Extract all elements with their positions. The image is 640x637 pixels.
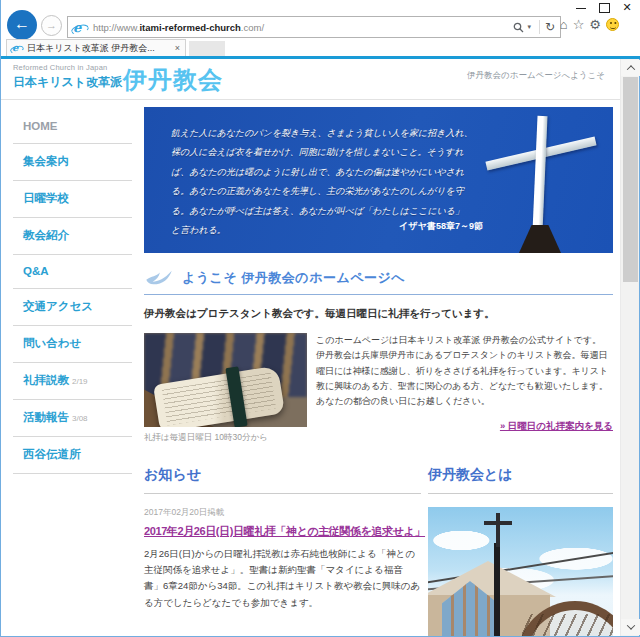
ie-favicon-icon: e <box>73 21 87 34</box>
welcome-paragraph-1: このホームページは日本キリスト改革派 伊丹教会の公式サイトです。 <box>316 333 613 348</box>
vertical-scrollbar[interactable] <box>620 59 639 636</box>
cross-photo <box>475 107 607 253</box>
sidebar-item-about-church[interactable]: 教会紹介 <box>13 218 132 255</box>
welcome-heading: ようこそ 伊丹教会のホームページへ <box>182 269 405 287</box>
scrollbar-thumb[interactable] <box>623 77 638 282</box>
refresh-icon[interactable]: ↻ <box>545 20 555 34</box>
welcome-text-block: このホームページは日本キリスト改革派 伊丹教会の公式サイトです。 伊丹教会は兵庫… <box>316 333 613 444</box>
sidebar-item-sunday-school[interactable]: 日曜学校 <box>13 181 132 218</box>
minimize-icon[interactable] <box>575 2 587 12</box>
about-heading-divider <box>428 493 613 494</box>
news-body: 2月26日(日)からの日曜礼拝説教は赤石純也牧師による「神との主従関係を追求せよ… <box>144 546 421 611</box>
sidebar-nav: HOME 集会案内 日曜学校 教会紹介 Q&A 交通アクセス 問い合わせ 礼拝説… <box>13 110 132 474</box>
welcome-paragraph-2: 伊丹教会は兵庫県伊丹市にあるプロテスタントのキリスト教会。毎週日曜日には神様に感… <box>316 348 613 394</box>
forward-button[interactable]: → <box>41 15 62 36</box>
scroll-up-icon[interactable] <box>621 60 640 76</box>
dove-icon <box>144 268 174 288</box>
logo-subtitle-en: Reformed Church in Japan <box>13 63 122 72</box>
main-column: 飢えた人にあなたのパンを裂き与え、さまよう貧しい人を家に招き入れ、裸の人に会えば… <box>144 107 613 636</box>
sidebar-item-sermons[interactable]: 礼拝説教2/19 <box>13 363 132 400</box>
address-bar[interactable]: e http://www.itami-reformed-church.com/ … <box>67 16 561 38</box>
news-title-link[interactable]: 2017年2月26日(日)日曜礼拝「神との主従関係を追求せよ」 <box>144 524 425 539</box>
sidebar-item-label: 教会紹介 <box>23 229 69 241</box>
about-heading: 伊丹教会とは <box>428 466 613 484</box>
new-tab-button[interactable] <box>189 41 225 56</box>
sidebar-item-label: 礼拝説教 <box>23 374 69 386</box>
home-icon[interactable]: ⌂ <box>560 17 568 32</box>
settings-gear-icon[interactable]: ⚙ <box>589 17 601 32</box>
rooftop-cross-vertical <box>496 513 500 547</box>
sidebar-item-label: 活動報告 <box>23 411 69 423</box>
news-section: お知らせ 2017年02月20日掲載 2017年2月26日(日)日曜礼拝「神との… <box>144 466 421 636</box>
browser-toolbar: ← → e http://www.itami-reformed-church.c… <box>1 0 640 39</box>
back-button[interactable]: ← <box>7 10 37 40</box>
about-section: 伊丹教会とは <box>428 466 613 636</box>
divider <box>539 20 540 34</box>
bible-photo <box>144 333 307 427</box>
sidebar-item-access[interactable]: 交通アクセス <box>13 289 132 326</box>
church-photo <box>428 507 613 636</box>
sidebar-item-nishitani-chapel[interactable]: 西谷伝道所 <box>13 437 132 474</box>
sidebar-item-label: HOME <box>23 120 58 132</box>
rooftop-cross-horizontal <box>484 521 512 525</box>
tab-close-icon[interactable]: × <box>175 43 180 53</box>
close-icon[interactable]: ✕ <box>621 2 633 12</box>
news-item: 2017年02月20日掲載 2017年2月26日(日)日曜礼拝「神との主従関係を… <box>144 507 421 611</box>
tab-title: 日本キリスト改革派 伊丹教会... <box>27 42 171 55</box>
tab-favicon-icon: e <box>12 43 23 53</box>
browser-tab[interactable]: e 日本キリスト改革派 伊丹教会... × <box>6 39 186 56</box>
sidebar-item-qa[interactable]: Q&A <box>13 255 132 289</box>
search-icon[interactable] <box>513 22 524 33</box>
welcome-paragraph-3: あなたの都合の良い日にお越しください。 <box>316 394 613 409</box>
scroll-down-icon[interactable] <box>621 619 640 635</box>
sidebar-item-date: 2/19 <box>72 377 88 386</box>
sidebar-item-contact[interactable]: 問い合わせ <box>13 326 132 363</box>
feedback-smiley-icon[interactable] <box>606 18 619 31</box>
sidebar-item-date: 3/08 <box>72 414 88 423</box>
heading-divider <box>144 294 613 295</box>
sidebar-item-label: 問い合わせ <box>23 337 81 349</box>
sidebar-item-label: 交通アクセス <box>23 300 93 312</box>
news-date: 2017年02月20日掲載 <box>144 507 421 519</box>
news-heading-divider <box>144 493 421 494</box>
cross-pole-shape <box>494 543 500 636</box>
sidebar-item-activity-report[interactable]: 活動報告3/08 <box>13 400 132 437</box>
site-title: 伊丹教会 <box>123 64 223 96</box>
search-caret-icon[interactable]: ▾ <box>527 23 531 31</box>
bottom-columns: お知らせ 2017年02月20日掲載 2017年2月26日(日)日曜礼拝「神との… <box>144 466 613 636</box>
sidebar-item-label: 日曜学校 <box>23 192 69 204</box>
scripture-attribution: イザヤ書58章7～9節 <box>171 220 483 233</box>
url-text[interactable]: http://www.itami-reformed-church.com/ <box>93 22 264 33</box>
cross-vertical-bar <box>532 116 547 232</box>
cross-pedestal <box>519 225 561 253</box>
sidebar-item-home[interactable]: HOME <box>13 110 132 144</box>
toolbar-icons: ⌂ ☆ ⚙ <box>560 17 619 32</box>
sidebar-item-label: 集会案内 <box>23 155 69 167</box>
welcome-intro: 伊丹教会はプロテスタント教会です。毎週日曜日に礼拝を行っています。 <box>144 307 613 321</box>
news-heading: お知らせ <box>144 466 421 484</box>
sidebar-item-meetings[interactable]: 集会案内 <box>13 144 132 181</box>
welcome-heading-row: ようこそ 伊丹教会のホームページへ <box>144 268 613 288</box>
tab-bar: e 日本キリスト改革派 伊丹教会... × <box>1 39 640 56</box>
sidebar-item-label: Q&A <box>23 265 49 277</box>
page-content: Reformed Church in Japan 日本キリスト改革派 伊丹教会 … <box>1 59 621 636</box>
window-controls: ✕ <box>575 2 633 12</box>
logo-subtitle-jp: 日本キリスト改革派 <box>13 74 122 91</box>
welcome-media-row: 礼拝は毎週日曜日 10時30分から このホームページは日本キリスト改革派 伊丹教… <box>144 333 613 444</box>
hero-banner: 飢えた人にあなたのパンを裂き与え、さまよう貧しい人を家に招き入れ、裸の人に会えば… <box>144 107 613 253</box>
site-logo[interactable]: Reformed Church in Japan 日本キリスト改革派 <box>13 63 122 91</box>
worship-guide-link[interactable]: » 日曜日の礼拝案内を見る <box>316 418 613 433</box>
maximize-icon[interactable] <box>598 2 610 12</box>
favorites-star-icon[interactable]: ☆ <box>573 17 585 32</box>
sidebar-item-label: 西谷伝道所 <box>23 448 81 460</box>
bible-photo-block: 礼拝は毎週日曜日 10時30分から <box>144 333 307 444</box>
site-header: Reformed Church in Japan 日本キリスト改革派 伊丹教会 … <box>1 59 621 100</box>
photo-caption: 礼拝は毎週日曜日 10時30分から <box>144 432 307 444</box>
header-welcome-note: 伊丹教会のホームページへようこそ <box>467 70 605 82</box>
browser-window: ✕ ← → e http://www.itami-reformed-church… <box>0 0 640 637</box>
